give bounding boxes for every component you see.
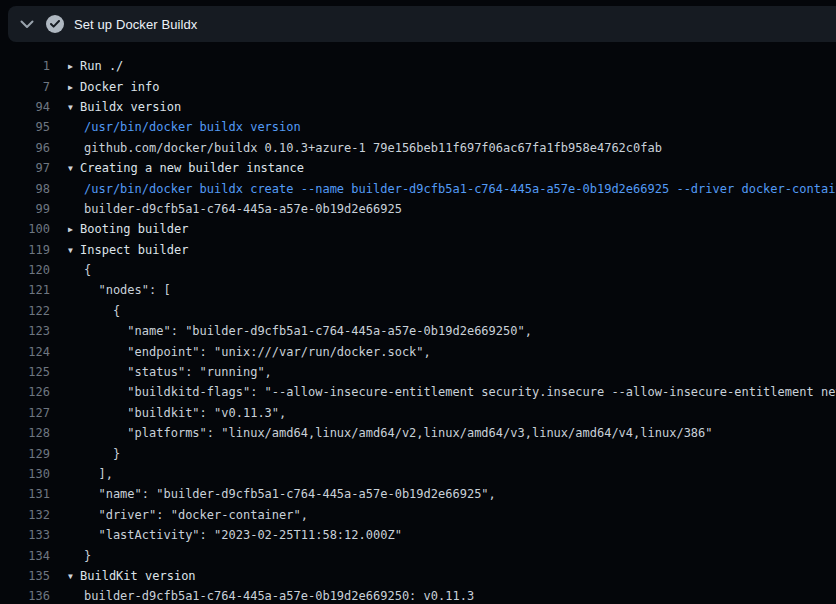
- check-circle-icon: [46, 15, 64, 33]
- log-line-number[interactable]: 1: [0, 59, 50, 73]
- log-line: 94 ▼Buildx version: [0, 97, 836, 117]
- log-line-number[interactable]: 129: [0, 447, 50, 461]
- group-collapsed-arrow-icon: ▶: [68, 225, 80, 234]
- log-line-content: "buildkitd-flags": "--allow-insecure-ent…: [50, 385, 836, 399]
- log-line-text: builder-d9cfb5a1-c764-445a-a57e-0b19d2e6…: [68, 589, 474, 603]
- log-line-text: "name": "builder-d9cfb5a1-c764-445a-a57e…: [68, 324, 532, 338]
- log-line-text: "buildkit": "v0.11.3",: [68, 406, 286, 420]
- log-line-text: Inspect builder: [80, 243, 188, 257]
- log-line-number[interactable]: 122: [0, 304, 50, 318]
- log-line-text: Buildx version: [80, 100, 181, 114]
- log-group-toggle[interactable]: ▼Creating a new builder instance: [50, 161, 836, 175]
- log-line-text: "nodes": [: [68, 283, 171, 297]
- log-line-content: github.com/docker/buildx 0.10.3+azure-1 …: [50, 141, 836, 155]
- log-line-content: "platforms": "linux/amd64,linux/amd64/v2…: [50, 426, 836, 440]
- log-group-toggle[interactable]: ▼Buildx version: [50, 100, 836, 114]
- log-line-number[interactable]: 135: [0, 569, 50, 583]
- log-line: 128 "platforms": "linux/amd64,linux/amd6…: [0, 423, 836, 443]
- log-line-text: {: [68, 263, 91, 277]
- group-expanded-arrow-icon: ▼: [68, 572, 80, 581]
- log-line-number[interactable]: 123: [0, 324, 50, 338]
- log-line-content: }: [50, 549, 836, 563]
- log-line-number[interactable]: 120: [0, 263, 50, 277]
- step-header[interactable]: Set up Docker Buildx: [8, 6, 836, 42]
- log-line-number[interactable]: 121: [0, 283, 50, 297]
- log-line-number[interactable]: 128: [0, 426, 50, 440]
- log-line-number[interactable]: 94: [0, 100, 50, 114]
- log-line: 131 "name": "builder-d9cfb5a1-c764-445a-…: [0, 484, 836, 504]
- log-line: 132 "driver": "docker-container",: [0, 505, 836, 525]
- log-line-text: "endpoint": "unix:///var/run/docker.sock…: [68, 345, 431, 359]
- log-line-number[interactable]: 131: [0, 487, 50, 501]
- group-expanded-arrow-icon: ▼: [68, 164, 80, 173]
- group-collapsed-arrow-icon: ▶: [68, 62, 80, 71]
- log-line-text: "status": "running",: [68, 365, 272, 379]
- log-line-text: "lastActivity": "2023-02-25T11:58:12.000…: [68, 528, 402, 542]
- log-line-number[interactable]: 133: [0, 528, 50, 542]
- log-line-text: Run ./: [80, 59, 123, 73]
- log-line: 96 github.com/docker/buildx 0.10.3+azure…: [0, 138, 836, 158]
- log-line-content: "buildkit": "v0.11.3",: [50, 406, 836, 420]
- log-line-text: "platforms": "linux/amd64,linux/amd64/v2…: [68, 426, 713, 440]
- log-line-content: "driver": "docker-container",: [50, 508, 836, 522]
- group-expanded-arrow-icon: ▼: [68, 246, 80, 255]
- log-line-text: }: [68, 447, 120, 461]
- log-line-number[interactable]: 99: [0, 202, 50, 216]
- log-line-content: ],: [50, 467, 836, 481]
- log-line-number[interactable]: 126: [0, 385, 50, 399]
- log-line-number[interactable]: 125: [0, 365, 50, 379]
- log-line-content: "name": "builder-d9cfb5a1-c764-445a-a57e…: [50, 487, 836, 501]
- log-line: 136 builder-d9cfb5a1-c764-445a-a57e-0b19…: [0, 586, 836, 604]
- log-line-number[interactable]: 130: [0, 467, 50, 481]
- log-line-number[interactable]: 132: [0, 508, 50, 522]
- log-line-text: /usr/bin/docker buildx version: [68, 120, 301, 134]
- log-line-text: builder-d9cfb5a1-c764-445a-a57e-0b19d2e6…: [68, 202, 402, 216]
- log-line: 130 ],: [0, 464, 836, 484]
- log-line-content: builder-d9cfb5a1-c764-445a-a57e-0b19d2e6…: [50, 589, 836, 603]
- log-group-toggle[interactable]: ▶Run ./: [50, 59, 836, 73]
- log-line-number[interactable]: 100: [0, 222, 50, 236]
- log-line-content: }: [50, 447, 836, 461]
- log-lines: 1 ▶Run ./ 7 ▶Docker info 94 ▼Buildx vers…: [0, 42, 836, 604]
- log-line-content: "name": "builder-d9cfb5a1-c764-445a-a57e…: [50, 324, 836, 338]
- log-line-text: "name": "builder-d9cfb5a1-c764-445a-a57e…: [68, 487, 496, 501]
- log-line: 1 ▶Run ./: [0, 56, 836, 76]
- log-line-text: BuildKit version: [80, 569, 196, 583]
- log-group-toggle[interactable]: ▼BuildKit version: [50, 569, 836, 583]
- log-group-toggle[interactable]: ▶Docker info: [50, 80, 836, 94]
- log-line-text: Creating a new builder instance: [80, 161, 304, 175]
- log-line-content: "lastActivity": "2023-02-25T11:58:12.000…: [50, 528, 836, 542]
- log-line-text: Booting builder: [80, 222, 188, 236]
- log-line-number[interactable]: 119: [0, 243, 50, 257]
- log-line: 121 "nodes": [: [0, 280, 836, 300]
- log-line-number[interactable]: 96: [0, 141, 50, 155]
- log-line: 126 "buildkitd-flags": "--allow-insecure…: [0, 382, 836, 402]
- log-line-number[interactable]: 97: [0, 161, 50, 175]
- log-line: 95 /usr/bin/docker buildx version: [0, 117, 836, 137]
- log-line: 135 ▼BuildKit version: [0, 566, 836, 586]
- log-line-content: {: [50, 304, 836, 318]
- log-line-number[interactable]: 98: [0, 182, 50, 196]
- log-line-text: /usr/bin/docker buildx create --name bui…: [68, 182, 836, 196]
- log-line: 100 ▶Booting builder: [0, 219, 836, 239]
- log-line-number[interactable]: 134: [0, 549, 50, 563]
- log-line: 122 {: [0, 301, 836, 321]
- collapse-step-button[interactable]: [12, 6, 42, 42]
- log-line-number[interactable]: 127: [0, 406, 50, 420]
- log-line-number[interactable]: 124: [0, 345, 50, 359]
- log-line: 124 "endpoint": "unix:///var/run/docker.…: [0, 341, 836, 361]
- log-line-number[interactable]: 7: [0, 80, 50, 94]
- log-group-toggle[interactable]: ▼Inspect builder: [50, 243, 836, 257]
- log-line-content: "endpoint": "unix:///var/run/docker.sock…: [50, 345, 836, 359]
- log-group-toggle[interactable]: ▶Booting builder: [50, 222, 836, 236]
- log-line-text: Docker info: [80, 80, 159, 94]
- log-line-content: builder-d9cfb5a1-c764-445a-a57e-0b19d2e6…: [50, 202, 836, 216]
- log-line: 129 }: [0, 443, 836, 463]
- log-line-number[interactable]: 136: [0, 589, 50, 603]
- log-line: 7 ▶Docker info: [0, 76, 836, 96]
- log-line-text: "driver": "docker-container",: [68, 508, 308, 522]
- log-line-content: /usr/bin/docker buildx create --name bui…: [50, 182, 836, 196]
- log-line-text: github.com/docker/buildx 0.10.3+azure-1 …: [68, 141, 662, 155]
- log-line-number[interactable]: 95: [0, 120, 50, 134]
- log-line-text: {: [68, 304, 120, 318]
